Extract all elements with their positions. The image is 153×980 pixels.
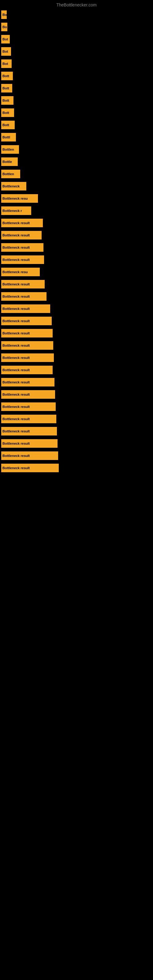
bar-label: Bottl [2,135,10,139]
bar-row: Bottleneck resu [0,266,153,278]
bar: Bottleneck result [1,366,53,374]
bar: Bottleneck result [1,280,45,288]
bar-row: Bottleneck result [0,388,153,401]
bar: Bott [1,84,12,92]
bar: Bott [1,108,14,117]
bar-label: Bottleneck result [2,258,30,261]
bar: Bottleneck resu [1,194,38,203]
bar: Bott [1,96,13,105]
bar: Bottleneck result [1,353,54,362]
bar-label: Bott [2,74,9,78]
bar: Bot [1,35,10,43]
bar-label: Bott [2,86,9,90]
bar: Bottleneck result [1,243,43,252]
bar-label: Bottleneck result [2,331,30,335]
bar-row: Bottleneck result [0,376,153,388]
bar-label: Bottleneck result [2,393,30,396]
bar-row: Bottleneck result [0,438,153,450]
bar-label: Bottle [2,160,12,164]
bar-label: Bottleneck result [2,344,30,347]
bar-label: Bott [2,111,9,115]
bar: Bottleneck result [1,390,55,399]
bar-row: Bottleneck result [0,450,153,462]
bar: Bottleneck result [1,427,57,436]
bar-row: Bottleneck result [0,315,153,327]
bar-row: Bottleneck result [0,302,153,315]
bar-label: Bottleneck result [2,294,30,298]
bar-label: Bottleneck r [2,209,22,213]
bar-row: Bottleneck r [0,205,153,217]
bar-row: Bottleneck result [0,217,153,229]
bar: Bottleneck result [1,464,59,472]
bar: Bo [1,23,7,31]
bar: Bott [1,121,15,129]
bar-row: Bottleneck result [0,401,153,413]
bar: Bottl [1,133,16,142]
bar-label: Bottleneck [2,185,19,188]
bar-row: Bottleneck result [0,425,153,438]
bar: Bottleneck result [1,329,53,337]
bar-row: Bottleneck result [0,339,153,352]
bar-row: Bottleneck result [0,278,153,290]
bar-label: Bot [2,49,8,53]
bar-row: Bottleneck result [0,241,153,254]
bar-label: Bottleneck result [2,246,30,249]
bar-label: Bottleneck result [2,233,30,237]
bar-row: Bottleneck result [0,352,153,364]
bar: Bottleneck result [1,304,50,313]
bar: Bottleneck result [1,378,54,387]
bar-row: Bot [0,33,153,45]
bar-row: Bottl [0,131,153,143]
bar-label: Bottleneck result [2,380,30,384]
bar-label: Bottleneck result [2,282,30,286]
bar-row: Bott [0,82,153,94]
bar-label: Bot [2,62,8,65]
bar-label: Bottleneck result [2,368,30,372]
bar-row: Bot [0,57,153,70]
bar-row: Bott [0,107,153,119]
bar-row: Bottleneck result [0,290,153,302]
bar-row: Bottleneck result [0,462,153,474]
bar-row: Bottleneck result [0,364,153,376]
bar: Bot [1,59,12,68]
bar: Bottleneck result [1,439,57,448]
bar-row: Bottle [0,156,153,168]
bar: Bottleneck result [1,255,44,264]
bar-row: Bottlen [0,143,153,156]
bar: Bottlen [1,145,19,154]
bar: Bottleneck result [1,231,41,240]
bar: Bottleneck result [1,402,56,411]
bar-row: Bo [0,9,153,21]
bar: Bot [1,47,11,56]
bar-label: Bott [2,123,9,127]
bar-label: Bottleneck result [2,221,30,225]
bar-label: Bottlen [2,172,14,176]
bar-row: Bott [0,70,153,82]
bar-row: Bottleneck result [0,229,153,241]
bar-label: Bottleneck result [2,319,30,323]
bar-label: Bottleneck resu [2,270,28,274]
bar: Bo [1,10,7,19]
bar-label: Bottleneck result [2,307,30,310]
bar-label: Bottleneck result [2,466,30,470]
bar: Bottleneck result [1,219,43,227]
bar-row: Bot [0,45,153,57]
bar-label: Bottleneck result [2,356,30,360]
bar: Bottleneck result [1,292,46,301]
bar: Bottle [1,158,18,166]
bar-label: Bottleneck result [2,417,30,421]
bar-label: Bo [2,13,7,16]
bar: Bottleneck resu [1,268,40,276]
bar-label: Bottleneck result [2,405,30,409]
bar-label: Bottleneck result [2,442,30,445]
bar-row: Bott [0,94,153,107]
bar-label: Bo [2,25,7,29]
bar: Bottleneck [1,182,26,191]
bar-row: Bottleneck resu [0,192,153,205]
bar: Bottlen [1,170,20,178]
site-title: TheBottlenecker.com [0,0,153,9]
bar: Bott [1,72,13,80]
bar: Bottleneck result [1,452,58,460]
bar: Bottleneck result [1,341,53,350]
bar-row: Bottlen [0,168,153,180]
